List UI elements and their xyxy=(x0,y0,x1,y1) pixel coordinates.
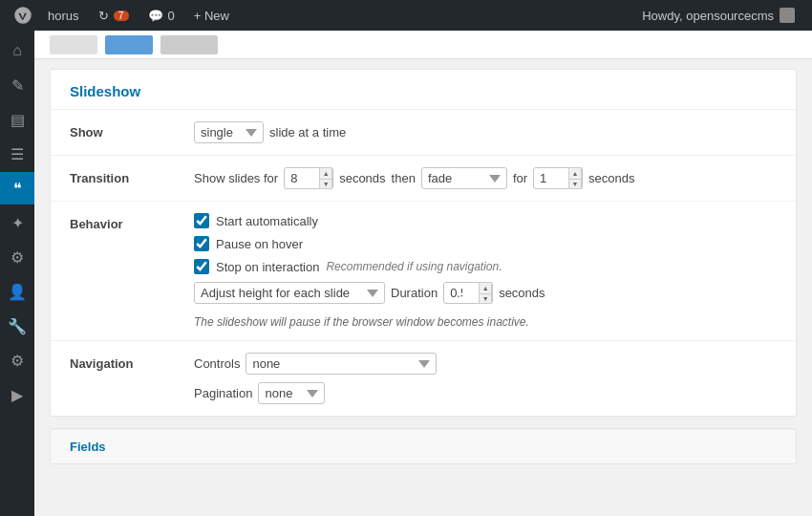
show-row: Show single multiple slide at a time xyxy=(51,110,796,156)
howdy-text: Howdy, opensourcecms xyxy=(642,9,774,23)
behavior-label: Behavior xyxy=(70,213,194,231)
show-suffix: slide at a time xyxy=(269,125,346,140)
sidebar-icon-media[interactable]: ▤ xyxy=(0,103,34,136)
height-spinner-arrows: ▲ ▼ xyxy=(479,282,492,304)
duration-up-btn[interactable]: ▲ xyxy=(568,167,582,179)
updates-badge: 7 xyxy=(114,11,129,21)
adminbar-comments[interactable]: 💬 0 xyxy=(139,0,184,31)
navigation-controls: Controls none arrows both Pagination non… xyxy=(194,353,777,404)
top-strip xyxy=(34,31,812,59)
transition-seconds-label: seconds xyxy=(588,171,634,185)
height-duration-up-btn[interactable]: ▲ xyxy=(479,282,492,293)
pagination-label: Pagination xyxy=(194,386,252,400)
slideshow-panel: Slideshow Show single multiple slide at … xyxy=(50,69,797,417)
start-auto-label: Start automatically xyxy=(216,214,318,228)
controls-label: Controls xyxy=(194,356,240,371)
adminbar-new[interactable]: + New xyxy=(184,0,239,31)
site-name-label: horus xyxy=(48,9,79,23)
behavior-info-text: The slideshow will pause if the browser … xyxy=(194,315,777,329)
transition-inline: Show slides for ▲ ▼ seconds then fade xyxy=(194,167,777,189)
transition-row: Transition Show slides for ▲ ▼ seconds t… xyxy=(51,156,796,202)
top-strip-box-3 xyxy=(160,35,218,54)
top-strip-box-2 xyxy=(105,35,153,54)
navigation-label: Navigation xyxy=(70,353,194,371)
controls-select[interactable]: none arrows both xyxy=(246,353,437,375)
then-label: then xyxy=(392,171,416,185)
height-row: Adjust height for each slide Fixed heigh… xyxy=(194,282,777,304)
show-controls: single multiple slide at a time xyxy=(194,121,777,143)
main-content: Slideshow Show single multiple slide at … xyxy=(34,31,812,516)
for-label: for xyxy=(513,171,527,185)
sidebar-icon-plugins[interactable]: ⚙ xyxy=(0,241,34,273)
start-auto-row: Start automatically xyxy=(194,213,777,228)
duration-spinner: ▲ ▼ xyxy=(533,167,583,189)
fields-panel: Fields xyxy=(50,428,797,464)
admin-sidebar: ⌂ ✎ ▤ ☰ ❝ ✦ ⚙ 👤 🔧 ⚙ ▶ xyxy=(0,31,34,516)
effect-select[interactable]: fade slide none xyxy=(421,167,507,189)
navigation-row: Navigation Controls none arrows both Pag… xyxy=(51,341,796,416)
content-area: Slideshow Show single multiple slide at … xyxy=(34,59,812,485)
duration-spinner-arrows: ▲ ▼ xyxy=(568,167,582,189)
show-inline: single multiple slide at a time xyxy=(194,121,777,143)
height-select[interactable]: Adjust height for each slide Fixed heigh… xyxy=(194,282,385,304)
sidebar-icon-appearance[interactable]: ✦ xyxy=(0,206,34,239)
stop-interact-hint: Recommended if using navigation. xyxy=(326,260,502,273)
show-slides-for-text: Show slides for xyxy=(194,171,278,185)
admin-bar: horus ↻ 7 💬 0 + New Howdy, opensourcecms xyxy=(0,0,812,31)
sidebar-icon-pages[interactable]: ☰ xyxy=(0,138,34,170)
seconds-down-btn[interactable]: ▼ xyxy=(319,179,332,190)
top-strip-box-1 xyxy=(50,35,97,54)
seconds-up-btn[interactable]: ▲ xyxy=(319,167,332,179)
controls-inline: Controls none arrows both xyxy=(194,353,777,375)
updates-icon: ↻ xyxy=(98,9,109,23)
sidebar-icon-media2[interactable]: ▶ xyxy=(0,378,34,411)
show-label: Show xyxy=(70,121,194,140)
sidebar-icon-users[interactable]: 👤 xyxy=(0,275,34,308)
adminbar-site[interactable]: horus xyxy=(38,0,89,31)
duration-label: Duration xyxy=(391,286,438,300)
seconds-spinner: ▲ ▼ xyxy=(284,167,333,189)
sidebar-icon-posts[interactable]: ✎ xyxy=(0,69,34,101)
wp-logo-icon[interactable] xyxy=(8,0,38,31)
pause-hover-checkbox[interactable] xyxy=(194,236,209,251)
start-auto-checkbox[interactable] xyxy=(194,213,209,228)
new-label: + New xyxy=(194,9,229,23)
seconds-label: seconds xyxy=(339,171,385,185)
pause-hover-row: Pause on hover xyxy=(194,236,777,251)
sidebar-icon-comments[interactable]: ❝ xyxy=(0,172,34,204)
height-seconds-label: seconds xyxy=(499,286,545,300)
sidebar-icon-settings[interactable]: ⚙ xyxy=(0,344,34,376)
stop-interact-label: Stop on interaction xyxy=(216,260,319,274)
comments-badge: 0 xyxy=(168,9,175,23)
pause-hover-label: Pause on hover xyxy=(216,237,303,251)
stop-interact-row: Stop on interaction Recommended if using… xyxy=(194,259,777,274)
comments-icon: 💬 xyxy=(148,9,163,23)
pagination-select[interactable]: none bullets numbers xyxy=(258,382,325,404)
transition-controls: Show slides for ▲ ▼ seconds then fade xyxy=(194,167,777,189)
height-duration-down-btn[interactable]: ▼ xyxy=(479,293,492,305)
height-duration-spinner: ▲ ▼ xyxy=(443,282,493,304)
transition-label: Transition xyxy=(70,167,194,185)
adminbar-howdy: Howdy, opensourcecms xyxy=(632,8,804,23)
behavior-row: Behavior Start automatically Pause on ho… xyxy=(51,202,796,341)
sidebar-icon-dashboard[interactable]: ⌂ xyxy=(0,34,34,67)
adminbar-updates[interactable]: ↻ 7 xyxy=(89,0,139,31)
duration-down-btn[interactable]: ▼ xyxy=(568,179,582,190)
behavior-controls: Start automatically Pause on hover Stop … xyxy=(194,213,777,329)
stop-interact-checkbox[interactable] xyxy=(194,259,209,274)
slideshow-title: Slideshow xyxy=(51,70,796,110)
seconds-spinner-arrows: ▲ ▼ xyxy=(319,167,332,189)
fields-title: Fields xyxy=(51,429,796,463)
avatar xyxy=(780,8,795,23)
show-select[interactable]: single multiple xyxy=(194,121,264,143)
sidebar-icon-tools[interactable]: 🔧 xyxy=(0,310,34,342)
pagination-inline: Pagination none bullets numbers xyxy=(194,382,777,404)
